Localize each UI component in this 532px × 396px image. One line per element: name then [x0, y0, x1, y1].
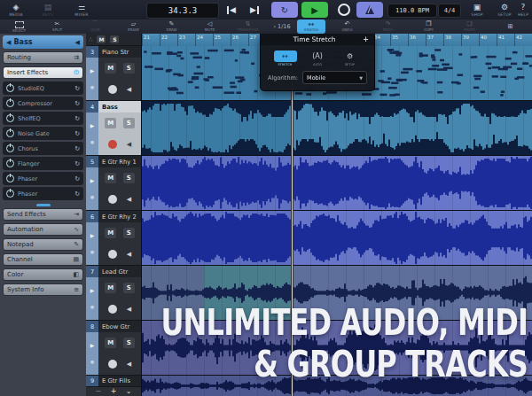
cycle-button[interactable]: ↻ [271, 2, 298, 18]
effect-slot[interactable]: StudioEQ↻ [3, 82, 83, 95]
crosshair-icon[interactable]: + [363, 35, 369, 43]
record-arm-button[interactable] [108, 85, 117, 94]
solo-all-button[interactable]: S [110, 35, 119, 43]
grid-resolution-selector[interactable]: ›1/16 [267, 19, 297, 34]
routing-button[interactable]: Routing⇉ [3, 51, 83, 64]
track-name[interactable]: Bass [98, 101, 141, 113]
freeze-icon[interactable]: ❄ [90, 249, 94, 255]
rewind-button[interactable]: ◀ [227, 4, 236, 16]
effect-edit-icon[interactable]: ↻ [74, 160, 80, 167]
effect-slot[interactable]: ShelfEQ↻ [3, 112, 83, 125]
record-arm-button[interactable] [108, 195, 117, 204]
solo-button[interactable]: S [123, 228, 135, 238]
mute-button[interactable]: M [105, 338, 116, 348]
effect-power-icon[interactable] [6, 114, 14, 122]
track-play-icon[interactable]: ▶ [90, 122, 95, 128]
effect-edit-icon[interactable]: ↻ [74, 100, 80, 107]
solo-button[interactable]: S [123, 118, 135, 128]
record-arm-button[interactable] [108, 360, 117, 369]
monitor-icon[interactable]: ◀ [127, 306, 131, 313]
play-button[interactable]: ▶ [301, 2, 328, 18]
effect-edit-icon[interactable]: ↻ [74, 115, 80, 122]
monitor-icon[interactable]: ◀ [127, 141, 131, 148]
track-row[interactable]: 5 E Gtr Rhy 1 ▶❄ MS ◀ [86, 156, 141, 211]
track-play-icon[interactable]: ▶ [90, 232, 95, 238]
mute-button[interactable]: M [105, 228, 116, 238]
track-row[interactable]: 8 Ebow Gtr ▶❄ MS ◀ [86, 321, 141, 376]
redo-button[interactable]: ↷REDO [369, 19, 407, 34]
keys-button[interactable]: ▤KEYS [34, 1, 62, 19]
inspector-track-header[interactable]: ◀ Bass ◀ [3, 35, 83, 49]
system-info-button[interactable]: System Info≡ [3, 283, 83, 296]
time-position-display[interactable]: 34.3.3 [146, 3, 219, 19]
track-row[interactable]: 6 E Gtr Rhy 2 ▶❄ MS ◀ [86, 211, 141, 266]
media-button[interactable]: ◈MEDIA [2, 1, 30, 19]
effect-power-icon[interactable] [6, 159, 14, 167]
notepad-button[interactable]: Notepad✎ [3, 238, 83, 251]
effect-power-icon[interactable] [6, 175, 14, 182]
effect-power-icon[interactable] [6, 99, 14, 107]
add-track-button[interactable]: + [111, 388, 117, 395]
stretch-mode-button[interactable]: ↔ STRETCH [274, 50, 297, 66]
effect-slot[interactable]: Phaser↻ [3, 172, 83, 185]
shop-button[interactable]: ▣SHOP [463, 1, 491, 19]
track-name[interactable]: E Gtr Rhy 1 [98, 156, 141, 167]
track-row[interactable]: 9 E Gtr Fills [86, 376, 141, 386]
effect-edit-icon[interactable]: ↻ [74, 190, 80, 198]
effect-slot[interactable]: Noise Gate↻ [3, 127, 83, 140]
send-effects-button[interactable]: Send Effects⇥ [3, 208, 83, 221]
bpm-display[interactable]: 110.0 BPM [387, 4, 437, 18]
undo-button[interactable]: ↶UNDO [328, 19, 366, 34]
glue-tool[interactable]: ⌒GLUE [76, 19, 114, 34]
mute-all-button[interactable]: M [97, 35, 106, 43]
effect-edit-icon[interactable]: ↻ [74, 145, 80, 152]
effect-power-icon[interactable] [6, 144, 14, 152]
metronome-button[interactable] [356, 2, 383, 18]
monitor-icon[interactable]: ◀ [127, 251, 131, 258]
track-options-icon[interactable]: ∴ [89, 36, 92, 43]
track-name[interactable]: E Gtr Fills [98, 376, 141, 386]
freeze-icon[interactable]: ❄ [90, 359, 94, 365]
track-play-icon[interactable]: ▶ [90, 177, 95, 183]
inspector-divider[interactable] [3, 202, 83, 208]
grid-add-button[interactable]: ⊞ [491, 19, 529, 34]
time-signature-display[interactable]: 4/4 [438, 4, 461, 18]
effect-slot[interactable]: Flanger↻ [3, 157, 83, 170]
auto-mode-button[interactable]: (A) AUTO [306, 50, 329, 66]
track-name[interactable]: Piano Str [98, 46, 141, 58]
clip-e-gtr-rhy-2[interactable] [142, 211, 532, 265]
mixer-button[interactable]: ⚌MIXER [67, 1, 96, 19]
track-name[interactable]: Ebow Gtr [98, 321, 141, 332]
effect-power-icon[interactable] [6, 84, 14, 92]
track-play-icon[interactable]: ▶ [90, 67, 95, 74]
automation-button[interactable]: Automation∿ [3, 223, 83, 236]
freeze-icon[interactable]: ❄ [90, 84, 94, 90]
track-name[interactable]: Lead Gtr [98, 266, 141, 277]
effect-slot[interactable]: Compressor↻ [3, 97, 83, 110]
effect-power-icon[interactable] [6, 190, 14, 198]
color-button[interactable]: Color◧ [3, 268, 83, 281]
monitor-icon[interactable]: ◀ [127, 86, 131, 93]
track-play-icon[interactable]: ▶ [90, 342, 95, 348]
select-tool[interactable]: SELECT [0, 19, 38, 34]
stretch-tool-active[interactable]: ↔STRETCH [297, 19, 325, 34]
effect-edit-icon[interactable]: ↻ [74, 130, 80, 137]
algorithm-dropdown[interactable]: Mobile ▼ [302, 71, 367, 84]
draw-tool[interactable]: ✎DRAW [153, 19, 191, 34]
freeze-icon[interactable]: ❄ [90, 139, 94, 145]
insert-effects-button[interactable]: Insert Effects⏻︎ [3, 66, 83, 79]
solo-button[interactable]: S [123, 283, 135, 293]
erase-tool[interactable]: ▱ERASE [114, 19, 153, 34]
solo-button[interactable]: S [123, 173, 135, 183]
mute-button[interactable]: M [105, 173, 116, 183]
delete-track-button[interactable]: − [95, 388, 101, 395]
monitor-icon[interactable]: ◀ [127, 196, 131, 203]
mute-button[interactable]: M [105, 283, 116, 293]
track-play-icon[interactable]: ▶ [90, 287, 95, 293]
channel-button[interactable]: Channel▤ [3, 253, 83, 266]
transpose-tool[interactable]: ⇅TRANSPOSE [229, 19, 267, 34]
split-tool[interactable]: ✂SPLIT [38, 19, 76, 34]
effect-slot[interactable]: Chorus↻ [3, 142, 83, 155]
mute-tool[interactable]: ◁MUTE [191, 19, 229, 34]
mute-button[interactable]: M [105, 63, 116, 74]
